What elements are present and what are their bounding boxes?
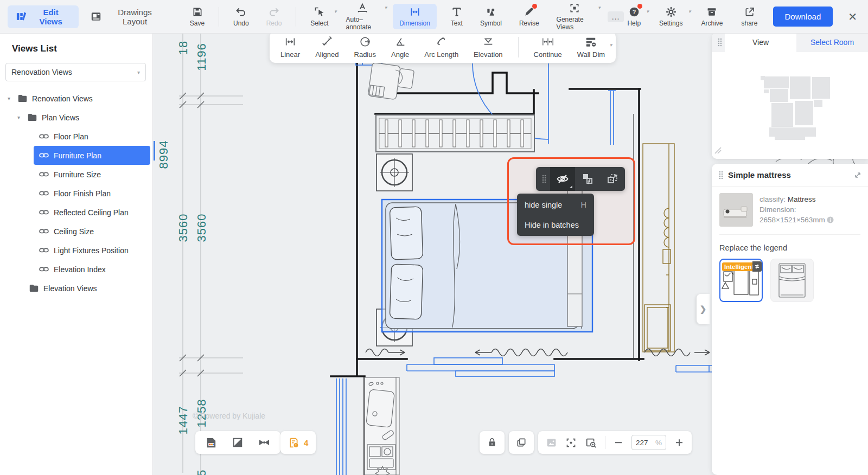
tree-node-plan-views[interactable]: ▾ Plan Views — [0, 108, 152, 127]
auto-annotate-dropdown-caret[interactable]: ▾ — [385, 5, 387, 10]
tree-item-floor-plan[interactable]: Floor Plan — [0, 127, 152, 146]
move-out-button[interactable] — [600, 167, 625, 191]
legend-option-intelligent-selected[interactable]: Intelligent — [719, 259, 763, 302]
minimap-room — [764, 89, 769, 93]
close-icon[interactable]: ✕ — [845, 10, 860, 23]
zoom-level-input[interactable]: 227 % — [631, 435, 666, 450]
tree-item-light-fixtures-position[interactable]: Light Fixtures Position — [0, 241, 152, 260]
legend-image-button[interactable] — [205, 437, 218, 449]
angle-dim-button[interactable]: Angle — [391, 36, 409, 59]
minimap-room — [795, 101, 813, 125]
folder-icon — [29, 284, 39, 292]
kitchen-sketch — [365, 377, 399, 475]
replace-legend-button[interactable] — [575, 167, 600, 191]
save-button[interactable]: Save — [187, 4, 208, 29]
select-dropdown-caret[interactable]: ▾ — [334, 9, 337, 14]
auto-annotate-button[interactable]: Auto–annotate ▾ — [342, 0, 382, 33]
help-dropdown-caret[interactable]: ▾ — [647, 9, 649, 14]
zoom-in-button[interactable] — [674, 438, 684, 447]
replace-legend-title: Replace the legend — [719, 243, 860, 252]
svg-text:?: ? — [632, 9, 636, 15]
bowtie-section-button[interactable] — [258, 437, 271, 448]
duplicate-icon — [516, 437, 527, 448]
tree-item-elevation-index[interactable]: Elevation Index — [0, 260, 152, 279]
drag-handle-icon[interactable] — [718, 170, 724, 181]
share-button[interactable]: share — [738, 4, 761, 29]
radius-dim-button[interactable]: Radius — [354, 36, 376, 59]
views-group-select[interactable]: Renovation Views ▾ — [5, 63, 146, 81]
settings-dropdown-caret[interactable]: ▾ — [688, 9, 691, 14]
linear-dim-button[interactable]: Linear — [280, 36, 300, 59]
tab-view[interactable]: View — [725, 33, 796, 52]
help-notification-dot — [637, 4, 642, 9]
aligned-dim-button[interactable]: Aligned — [315, 36, 339, 59]
info-icon[interactable] — [827, 216, 834, 226]
view-link-icon — [39, 209, 49, 216]
help-button[interactable]: ? Help ▾ — [624, 4, 644, 29]
zoom-out-button[interactable] — [614, 438, 623, 447]
duplicate-view-button[interactable] — [509, 431, 534, 454]
tree-node-renovation-views[interactable]: ▾ Renovation Views — [0, 89, 152, 108]
settings-button[interactable]: Settings ▾ — [656, 4, 686, 29]
menu-item-hide-in-batches[interactable]: Hide in batches — [517, 215, 594, 235]
issues-indicator[interactable]: 4 — [280, 431, 316, 454]
selected-edge-marker — [154, 141, 155, 161]
drag-handle-icon[interactable] — [712, 33, 725, 52]
undo-button[interactable]: Undo — [230, 4, 252, 29]
arc-length-dim-button[interactable]: Arc Length — [424, 36, 458, 59]
tree-node-elevation-views[interactable]: Elevation Views — [0, 279, 152, 298]
view-link-icon — [39, 171, 49, 178]
dimension-value: 2658×1521×563mm — [760, 216, 825, 224]
product-info: classify: Mattress Dimension: 2658×1521×… — [760, 193, 834, 227]
tree-item-furniture-plan-selected[interactable]: Furniture Plan — [34, 146, 150, 165]
center-view-button[interactable] — [565, 437, 577, 448]
legend-bed-drawing — [771, 259, 813, 301]
continue-dim-button[interactable]: Continue — [534, 36, 562, 59]
legend-options: Intelligent — [719, 259, 860, 302]
tree-item-reflected-ceiling-plan[interactable]: Reflected Ceiling Plan — [0, 203, 152, 222]
tree-item-furniture-size[interactable]: Furniture Size — [0, 165, 152, 184]
minimap-room — [764, 76, 789, 88]
edit-views-button[interactable]: Edit Views — [8, 5, 79, 28]
archive-button[interactable]: Archive — [698, 4, 726, 29]
elevation-dim-button[interactable]: Elevation — [474, 36, 502, 59]
drawings-layout-button[interactable]: Drawings Layout — [83, 5, 171, 28]
hide-tool-button[interactable] — [550, 167, 575, 191]
tree-expand-caret[interactable]: ▾ — [17, 114, 23, 120]
redo-button[interactable]: Redo — [263, 4, 285, 29]
select-tool-button[interactable]: Select ▾ — [307, 4, 331, 29]
view-card-header: View Select Room — [712, 33, 868, 52]
wall-dim-dropdown-caret[interactable]: ▾ — [610, 42, 612, 48]
revise-tool-button[interactable]: Revise — [516, 4, 542, 29]
drag-handle-icon[interactable] — [536, 174, 550, 184]
symbol-tool-button[interactable]: Symbol — [477, 4, 505, 29]
tree-item-ceiling-size[interactable]: Ceiling Size — [0, 222, 152, 241]
dimension-tool-button[interactable]: Dimension — [393, 4, 437, 29]
lock-icon — [487, 437, 497, 448]
wardrobe — [376, 115, 534, 152]
more-tools-button[interactable]: ... — [608, 11, 624, 22]
drawing-editor-app: Edit Views Drawings Layout Save Undo — [0, 0, 868, 475]
tree-item-floor-finish-plan[interactable]: Floor Finish Plan — [0, 184, 152, 203]
image-preview-button-disabled[interactable] — [546, 437, 557, 448]
zoom-to-area-button[interactable] — [585, 437, 597, 448]
resize-handle-icon[interactable] — [714, 146, 722, 157]
tab-select-room[interactable]: Select Room — [796, 33, 868, 52]
generate-views-dropdown-caret[interactable]: ▾ — [598, 5, 601, 10]
shortcut-key: H — [581, 201, 586, 209]
menu-item-hide-single[interactable]: hide single H — [517, 195, 594, 215]
background-toggle-button[interactable] — [232, 437, 244, 448]
view-link-icon — [39, 266, 49, 273]
download-button[interactable]: Download — [773, 7, 833, 27]
text-tool-button[interactable]: Text — [448, 4, 466, 29]
item-title: Simple mattress — [728, 170, 791, 179]
tree-expand-caret[interactable]: ▾ — [8, 95, 13, 101]
minimap[interactable] — [712, 52, 868, 159]
panel-collapse-button[interactable]: ❯ — [697, 294, 710, 324]
expand-panel-icon[interactable] — [854, 171, 861, 179]
lock-button[interactable] — [480, 431, 505, 454]
folder-icon — [18, 94, 27, 102]
legend-option-simple-bed[interactable] — [770, 259, 814, 302]
wall-dim-button[interactable]: Wall Dim ▾ — [577, 36, 605, 59]
generate-views-button[interactable]: Generate Views ▾ — [553, 0, 596, 33]
